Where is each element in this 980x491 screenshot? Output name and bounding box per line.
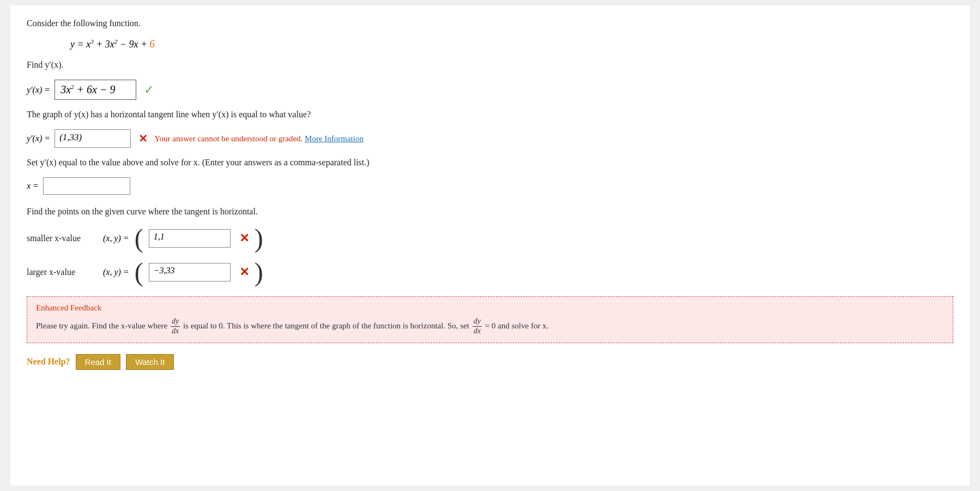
colored-constant: 6 bbox=[150, 39, 155, 50]
fraction-2: dy dx bbox=[473, 317, 482, 336]
more-info-link[interactable]: More Information bbox=[305, 134, 364, 143]
find-points-label: Find the points on the given curve where… bbox=[27, 207, 953, 217]
x-input[interactable] bbox=[43, 177, 130, 195]
yprime-answer-text: (1,33) bbox=[59, 132, 82, 142]
larger-xy-input[interactable]: −3,33 bbox=[149, 263, 231, 282]
derivative-label: y′(x) = bbox=[27, 85, 50, 95]
smaller-x-label: smaller x-value bbox=[27, 233, 98, 243]
error-text: Your answer cannot be understood or grad… bbox=[154, 134, 303, 143]
feedback-text-middle: is equal to 0. This is where the tangent… bbox=[183, 321, 469, 330]
feedback-box: Enhanced Feedback Please try again. Find… bbox=[27, 296, 953, 343]
function-eq-text: y = x3 + 3x2 − 9x + 6 bbox=[70, 39, 155, 50]
x-input-row: x = bbox=[27, 177, 953, 195]
find-derivative-label: Find y′(x). bbox=[27, 60, 953, 70]
smaller-x-row: smaller x-value (x, y) = ( 1,1 ✕ ) bbox=[27, 225, 953, 252]
left-paren-large: ( bbox=[135, 259, 143, 285]
feedback-text-before: Please try again. Find the x-value where bbox=[36, 321, 167, 330]
solve-x-label: Set y′(x) equal to the value above and s… bbox=[27, 158, 953, 167]
horizontal-tangent-question: The graph of y(x) has a horizontal tange… bbox=[27, 110, 953, 119]
derivative-answer-text: 3x2 + 6x − 9 bbox=[61, 83, 115, 95]
fraction-1-num: dy bbox=[171, 317, 180, 327]
larger-x-row: larger x-value (x, y) = ( −3,33 ✕ ) bbox=[27, 259, 953, 285]
larger-xy-label: (x, y) = bbox=[103, 267, 129, 277]
x-equals-label: x = bbox=[27, 181, 39, 191]
left-paren-small: ( bbox=[135, 225, 143, 252]
larger-xy-text: −3,33 bbox=[154, 266, 175, 275]
fraction-1: dy dx bbox=[171, 317, 180, 336]
right-paren-small: ) bbox=[255, 225, 263, 252]
fraction-2-num: dy bbox=[473, 317, 482, 327]
problem-intro: Consider the following function. bbox=[27, 19, 953, 28]
right-paren-large: ) bbox=[255, 259, 263, 285]
feedback-text: Please try again. Find the x-value where… bbox=[36, 317, 944, 336]
larger-x-label: larger x-value bbox=[27, 267, 98, 277]
smaller-xy-label: (x, y) = bbox=[103, 233, 129, 243]
yprime-label2: y′(x) = bbox=[27, 134, 50, 143]
cross-icon: ✕ bbox=[138, 132, 148, 145]
error-message: Your answer cannot be understood or grad… bbox=[154, 134, 364, 143]
feedback-title: Enhanced Feedback bbox=[36, 303, 944, 313]
yprime-answer-row: y′(x) = (1,33) ✕ Your answer cannot be u… bbox=[27, 129, 953, 148]
read-it-button[interactable]: Read It bbox=[76, 354, 120, 370]
derivative-answer-row: y′(x) = 3x2 + 6x − 9 ✓ bbox=[27, 80, 953, 100]
watch-it-button[interactable]: Watch It bbox=[126, 354, 174, 370]
need-help-row: Need Help? Read It Watch It bbox=[27, 354, 953, 370]
fraction-1-den: dx bbox=[171, 327, 180, 336]
larger-cross-icon: ✕ bbox=[239, 265, 249, 279]
derivative-input[interactable]: 3x2 + 6x − 9 bbox=[55, 80, 136, 100]
fraction-2-den: dx bbox=[473, 327, 482, 336]
main-container: Consider the following function. y = x3 … bbox=[10, 5, 970, 486]
smaller-cross-icon: ✕ bbox=[239, 231, 249, 246]
feedback-text-after: = 0 and solve for x. bbox=[485, 321, 549, 330]
function-equation: y = x3 + 3x2 − 9x + 6 bbox=[70, 38, 953, 50]
yprime-input[interactable]: (1,33) bbox=[55, 129, 131, 148]
need-help-label: Need Help? bbox=[27, 357, 70, 367]
check-mark-icon: ✓ bbox=[144, 83, 154, 97]
smaller-xy-input[interactable]: 1,1 bbox=[149, 229, 231, 248]
smaller-xy-text: 1,1 bbox=[154, 232, 165, 241]
